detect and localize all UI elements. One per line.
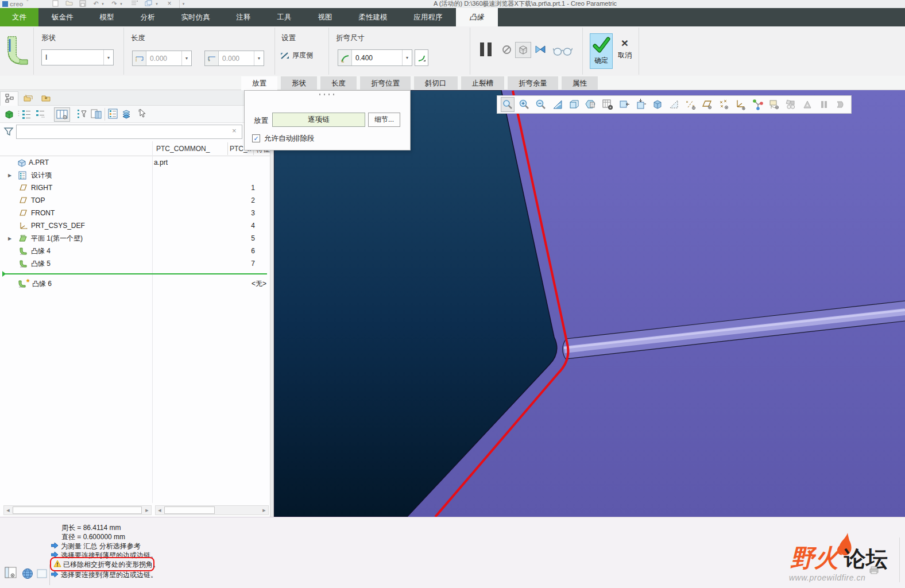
folder-browser-icon[interactable] (23, 93, 33, 103)
chevron-down-icon[interactable]: ▾ (402, 50, 412, 65)
length-field-2[interactable]: 0.000 ▾ (204, 51, 264, 66)
placement-chain-collector[interactable]: 逐项链 (272, 113, 365, 127)
tab-view[interactable]: 视图 (305, 8, 346, 26)
subtab-properties[interactable]: 属性 (562, 76, 598, 90)
section-offset-icon[interactable] (634, 97, 648, 112)
column-header-common[interactable]: PTC_COMMON_ (156, 145, 210, 153)
viewport-3d[interactable] (274, 90, 905, 517)
redo-icon[interactable]: ↷ (110, 0, 118, 8)
tree-horizontal-scrollbar[interactable]: ◀ ▶ (3, 505, 152, 515)
tab-live-simulation[interactable]: 实时仿真 (168, 8, 223, 26)
subtab-length[interactable]: 长度 (320, 76, 357, 90)
panel-resize-sash[interactable] (270, 90, 274, 517)
shape-select[interactable]: I ▾ (41, 49, 114, 65)
expand-all-icon[interactable] (22, 109, 32, 119)
tree-insert-locator[interactable] (3, 273, 267, 274)
subtab-relief[interactable]: 止裂槽 (461, 76, 505, 90)
tab-analysis[interactable]: 分析 (127, 8, 168, 26)
auto-exclude-checkbox[interactable]: ✓ (252, 134, 260, 142)
chevron-down-icon[interactable]: ▾ (181, 51, 191, 65)
tree-row-right-plane[interactable]: RIGHT 1 (0, 182, 270, 194)
collapse-all-icon[interactable] (36, 109, 46, 119)
subtab-placement[interactable]: 放置 (241, 76, 277, 90)
save-icon[interactable] (78, 0, 87, 8)
section-front-icon[interactable] (617, 97, 631, 112)
subtab-bend-allowance[interactable]: 折弯余量 (508, 76, 558, 90)
new-file-icon[interactable] (51, 0, 60, 8)
undo-arrow-icon[interactable]: ▾ (100, 0, 106, 8)
annotation-display-icon[interactable] (767, 97, 781, 112)
verify-glasses-icon[interactable] (553, 47, 573, 58)
length-field-1[interactable]: 0.000 ▾ (132, 51, 192, 66)
tree-row-top-plane[interactable]: TOP 2 (0, 195, 270, 207)
windows-arrow-icon[interactable]: ▾ (154, 0, 160, 8)
shade-cube-icon[interactable] (651, 97, 664, 112)
resume-display-icon[interactable] (834, 97, 848, 112)
tab-tools[interactable]: 工具 (264, 8, 305, 26)
tab-flexible-modeling[interactable]: 柔性建模 (346, 8, 401, 26)
tree-row-design-items[interactable]: ▶ 设计项 (0, 169, 270, 181)
select-pointer-icon[interactable] (138, 109, 148, 120)
tree-toggle-icon[interactable] (5, 567, 17, 579)
axis-display-icon[interactable] (684, 97, 698, 112)
length-side2-icon[interactable] (205, 51, 219, 65)
layers-icon[interactable] (122, 109, 134, 119)
tab-annotate[interactable]: 注释 (223, 8, 264, 26)
spin-center-icon[interactable] (751, 97, 764, 112)
subtab-shape[interactable]: 形状 (281, 76, 317, 90)
favorites-folder-icon[interactable]: ✶ (41, 93, 52, 103)
tab-flange-active[interactable]: 凸缘 (456, 8, 498, 26)
scrollbar-thumb[interactable] (164, 506, 215, 514)
scroll-left-icon[interactable]: ◀ (4, 506, 12, 514)
tree-row-flange-5[interactable]: 凸缘 5 7 (0, 258, 270, 270)
scroll-right-icon[interactable]: ▶ (143, 506, 151, 514)
scrollbar-thumb[interactable] (13, 506, 142, 514)
saved-views-icon[interactable] (584, 97, 598, 112)
pause-button[interactable] (480, 42, 492, 56)
cancel-button[interactable]: × 取消 (614, 36, 636, 68)
scroll-right-icon[interactable]: ▶ (260, 506, 268, 514)
customize-qat-icon[interactable]: ▾ (179, 0, 187, 8)
chevron-down-icon[interactable]: ▾ (254, 51, 264, 65)
tree-row-first-wall[interactable]: ▶ 平面 1(第一个壁) 5 (0, 233, 270, 245)
tree-part-icon[interactable] (3, 109, 15, 120)
bend-radius-icon[interactable] (338, 50, 352, 65)
tree-row-part[interactable]: A.PRT a.prt (0, 157, 270, 169)
settings-list-icon[interactable] (108, 109, 119, 120)
columns-horizontal-scrollbar[interactable]: ◀ ▶ (155, 505, 269, 515)
repaint-icon[interactable] (551, 97, 564, 112)
close-window-icon[interactable]: × (165, 0, 173, 8)
tree-row-csys[interactable]: PRT_CSYS_DEF 4 (0, 220, 270, 232)
no-preview-icon[interactable] (502, 45, 512, 56)
tree-search-input[interactable] (16, 125, 242, 139)
model-tree-icon[interactable] (5, 94, 14, 103)
simulate-icon[interactable] (800, 97, 814, 112)
tab-file[interactable]: 文件 (0, 8, 38, 26)
clear-search-icon[interactable]: × (232, 126, 237, 135)
standard-view-icon[interactable] (567, 97, 581, 112)
windows-icon[interactable] (144, 0, 153, 8)
zoom-region-icon[interactable] (501, 97, 515, 112)
length-side1-icon[interactable] (133, 51, 146, 65)
pause-display-icon[interactable] (817, 97, 831, 112)
popup-drag-handle[interactable] (319, 94, 337, 95)
tree-row-flange-4[interactable]: 凸缘 4 6 (0, 245, 270, 257)
thickness-side-button[interactable]: 厚度侧 (280, 51, 313, 60)
ok-button[interactable]: 确定 (590, 33, 613, 69)
expand-arrow-icon[interactable]: ▶ (8, 169, 11, 181)
show-columns-toggle[interactable] (54, 107, 70, 122)
tab-model[interactable]: 模型 (87, 8, 127, 26)
zoom-out-icon[interactable] (534, 97, 548, 112)
csys-display-icon[interactable] (734, 97, 748, 112)
details-button[interactable]: 细节... (368, 113, 400, 127)
expand-arrow-icon[interactable]: ▶ (8, 233, 11, 245)
tab-applications[interactable]: 应用程序 (401, 8, 456, 26)
open-file-icon[interactable] (64, 0, 74, 8)
tree-row-flange-6-pending[interactable]: * 凸缘 6 <无> (0, 278, 270, 290)
tree-columns-doc-icon[interactable] (91, 109, 102, 120)
tree-row-front-plane[interactable]: FRONT 3 (0, 207, 270, 219)
frame-icon[interactable] (37, 569, 47, 578)
redo-arrow-icon[interactable]: ▾ (118, 0, 124, 8)
geometry-preview-toggle[interactable] (515, 42, 531, 58)
search-components-icon[interactable] (784, 97, 798, 112)
